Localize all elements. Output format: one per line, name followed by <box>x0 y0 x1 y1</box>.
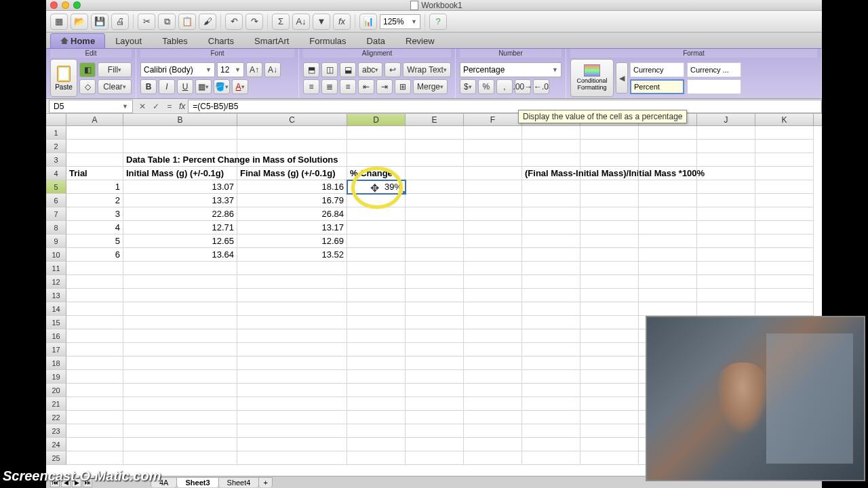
cell-E24[interactable] <box>406 438 464 451</box>
cell-A25[interactable] <box>66 451 123 465</box>
tab-formulas[interactable]: Formulas <box>299 33 356 48</box>
cell-B5[interactable]: 13.07 <box>123 180 237 194</box>
align-left-button[interactable]: ≡ <box>303 79 319 94</box>
cell-J6[interactable] <box>697 194 755 207</box>
cell-H10[interactable] <box>580 248 639 262</box>
cell-C6[interactable]: 16.79 <box>237 194 347 207</box>
cell-A2[interactable] <box>66 140 123 153</box>
row-header[interactable]: 22 <box>46 411 66 424</box>
paste-big-button[interactable]: Paste <box>50 59 77 97</box>
cell-D23[interactable] <box>347 424 406 438</box>
cell-C18[interactable] <box>237 357 347 370</box>
cell-E20[interactable] <box>406 384 464 397</box>
cell-J2[interactable] <box>697 140 755 153</box>
cell-I6[interactable] <box>639 194 697 207</box>
indent-left-button[interactable]: ⇤ <box>358 79 374 94</box>
cell-F21[interactable] <box>464 397 522 411</box>
cell-B8[interactable]: 12.71 <box>123 221 237 235</box>
formula-builder-button[interactable]: = <box>163 100 176 113</box>
cell-E14[interactable] <box>406 302 464 316</box>
cell-B19[interactable] <box>123 370 237 384</box>
cell-B6[interactable]: 13.37 <box>123 194 237 207</box>
cell-G6[interactable] <box>522 194 580 207</box>
cell-B24[interactable] <box>123 438 237 451</box>
cell-G23[interactable] <box>522 424 580 438</box>
cell-I13[interactable] <box>639 289 697 302</box>
undo-button[interactable]: ↶ <box>225 14 243 30</box>
cell-B14[interactable] <box>123 302 237 316</box>
cell-A23[interactable] <box>66 424 123 438</box>
cell-E8[interactable] <box>406 221 464 235</box>
cell-F13[interactable] <box>464 289 522 302</box>
cell-I8[interactable] <box>639 221 697 235</box>
cell-D11[interactable] <box>347 262 406 275</box>
indent-right-button[interactable]: ⇥ <box>376 79 393 94</box>
cell-C19[interactable] <box>237 370 347 384</box>
cell-H7[interactable] <box>580 207 639 221</box>
cell-B3[interactable]: Data Table 1: Percent Change in Mass of … <box>123 153 237 167</box>
align-right-button[interactable]: ≡ <box>340 79 356 94</box>
cell-G13[interactable] <box>522 289 580 302</box>
fill-cell-button[interactable]: 🪣▾ <box>214 79 230 94</box>
cell-K1[interactable] <box>755 126 814 140</box>
cell-C22[interactable] <box>237 411 347 424</box>
cell-G12[interactable] <box>522 275 580 289</box>
cell-D25[interactable] <box>347 451 406 465</box>
cell-B15[interactable] <box>123 316 237 329</box>
cell-K12[interactable] <box>755 275 814 289</box>
cell-F2[interactable] <box>464 140 522 153</box>
cell-B16[interactable] <box>123 329 237 343</box>
cell-J13[interactable] <box>697 289 755 302</box>
underline-button[interactable]: U <box>177 79 193 94</box>
cell-G16[interactable] <box>522 329 580 343</box>
copy-button[interactable]: ⧉ <box>158 14 176 30</box>
cell-K14[interactable] <box>755 302 814 316</box>
cell-C9[interactable]: 12.69 <box>237 235 347 248</box>
font-name-select[interactable]: Calibri (Body)▼ <box>140 62 215 77</box>
percent-button[interactable]: % <box>478 79 494 94</box>
cell-H18[interactable] <box>580 357 639 370</box>
cell-G9[interactable] <box>522 235 580 248</box>
cell-G18[interactable] <box>522 357 580 370</box>
col-header-k[interactable]: K <box>755 114 814 125</box>
cell-C1[interactable] <box>237 126 347 140</box>
cell-I11[interactable] <box>639 262 697 275</box>
border-button[interactable]: ▦▾ <box>195 79 212 94</box>
cell-D16[interactable] <box>347 329 406 343</box>
cell-H25[interactable] <box>580 451 639 465</box>
cell-A11[interactable] <box>66 262 123 275</box>
cell-G15[interactable] <box>522 316 580 329</box>
italic-button[interactable]: I <box>159 79 175 94</box>
cell-A10[interactable]: 6 <box>66 248 123 262</box>
cell-D18[interactable] <box>347 357 406 370</box>
cell-D14[interactable] <box>347 302 406 316</box>
col-header-e[interactable]: E <box>406 114 464 125</box>
row-header[interactable]: 4 <box>46 167 66 180</box>
format-painter-button[interactable]: 🖌 <box>199 14 216 30</box>
cell-A5[interactable]: 1 <box>66 180 123 194</box>
cell-A21[interactable] <box>66 397 123 411</box>
tab-home[interactable]: Home <box>50 33 105 48</box>
cell-K3[interactable] <box>755 153 814 167</box>
cell-J14[interactable] <box>697 302 755 316</box>
cell-E16[interactable] <box>406 329 464 343</box>
help-button[interactable]: ? <box>429 14 447 30</box>
cell-G8[interactable] <box>522 221 580 235</box>
cell-D20[interactable] <box>347 384 406 397</box>
cell-F14[interactable] <box>464 302 522 316</box>
formula-input[interactable]: =(C5-B5)/B5 <box>188 100 822 113</box>
cell-G21[interactable] <box>522 397 580 411</box>
cell-C16[interactable] <box>237 329 347 343</box>
tab-charts[interactable]: Charts <box>198 33 244 48</box>
cell-H23[interactable] <box>580 424 639 438</box>
tab-smartart[interactable]: SmartArt <box>244 33 299 48</box>
row-header[interactable]: 21 <box>46 397 66 411</box>
cell-A24[interactable] <box>66 438 123 451</box>
cell-G24[interactable] <box>522 438 580 451</box>
cell-J9[interactable] <box>697 235 755 248</box>
cell-E11[interactable] <box>406 262 464 275</box>
cell-F20[interactable] <box>464 384 522 397</box>
cell-C23[interactable] <box>237 424 347 438</box>
cell-B9[interactable]: 12.65 <box>123 235 237 248</box>
new-button[interactable]: ▦ <box>50 14 68 30</box>
